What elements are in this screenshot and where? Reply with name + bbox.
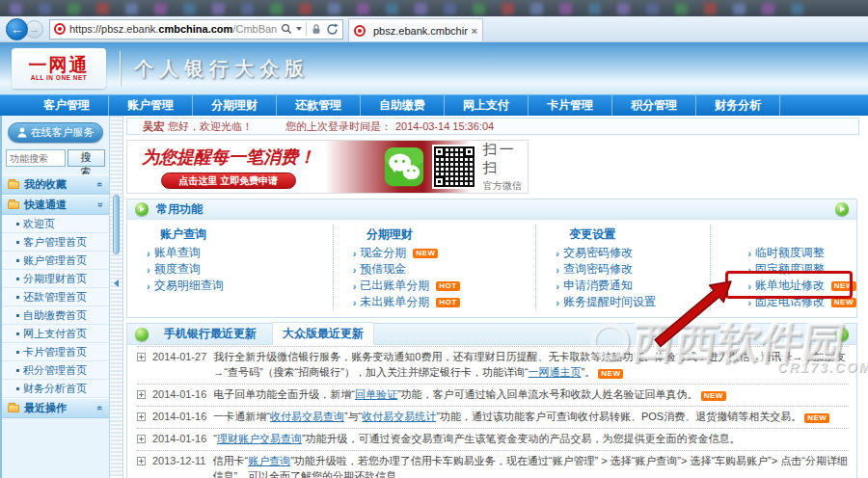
sidebar-link-0[interactable]: 欢迎页 bbox=[2, 215, 109, 233]
online-service-button[interactable]: 在线客户服务 bbox=[8, 122, 103, 143]
arrow-icon: › bbox=[747, 248, 751, 259]
news-item-4: 2013-12-11信用卡“账户查询”功能升级啦，若您办理了信用卡车购易业务，现… bbox=[137, 451, 849, 478]
blurred-app-icon bbox=[10, 3, 22, 14]
sidebar-section-recent[interactable]: 最近操作 « bbox=[2, 398, 109, 418]
news-tab-1[interactable]: 手机银行最近更新 bbox=[154, 323, 266, 344]
function-link[interactable]: ›临时额度调整 bbox=[747, 245, 856, 261]
function-link[interactable]: ›交易密码修改 bbox=[556, 245, 710, 261]
blurred-app-icon bbox=[704, 3, 717, 14]
tab-close-icon[interactable]: × bbox=[472, 25, 477, 37]
link-label: 积分管理首页 bbox=[23, 361, 87, 380]
news-link[interactable]: 回单验证 bbox=[355, 388, 397, 400]
sidebar-link-9[interactable]: 财务分析首页 bbox=[2, 380, 109, 398]
link-label: 分期理财首页 bbox=[23, 270, 87, 288]
function-link[interactable]: ›查询密码修改 bbox=[556, 261, 710, 278]
sidebar-link-1[interactable]: 客户管理首页 bbox=[2, 233, 109, 252]
sidebar-link-5[interactable]: 自助缴费首页 bbox=[2, 306, 109, 325]
search-button[interactable]: 搜 索 bbox=[68, 149, 105, 167]
nav-item-7[interactable]: 积分管理 bbox=[612, 95, 696, 116]
expand-icon[interactable] bbox=[137, 390, 146, 399]
nav-item-0[interactable]: 客户管理 bbox=[25, 95, 109, 116]
expand-icon[interactable] bbox=[137, 412, 146, 421]
function-link[interactable]: ›账单查询 bbox=[147, 245, 333, 261]
bullet-icon bbox=[16, 387, 19, 390]
sidebar-section-0[interactable]: 我的收藏« bbox=[2, 174, 109, 195]
function-link[interactable]: ›现金分期NEW bbox=[353, 245, 536, 261]
expand-icon[interactable] bbox=[137, 457, 146, 465]
green-arrow-icon[interactable] bbox=[835, 202, 849, 216]
nav-item-3[interactable]: 还款管理 bbox=[277, 95, 361, 116]
sidebar-link-8[interactable]: 积分管理首页 bbox=[2, 361, 109, 380]
arrow-icon: › bbox=[556, 264, 559, 276]
green-arrow-icon[interactable] bbox=[135, 202, 149, 216]
new-badge: NEW bbox=[701, 391, 726, 401]
nav-item-1[interactable]: 账户管理 bbox=[109, 95, 193, 116]
news-item-1: 2014-01-16电子回单功能全面升级，新增“回单验证”功能，客户可通过输入回… bbox=[137, 385, 849, 407]
news-link[interactable]: 理财账户交易查询 bbox=[217, 433, 302, 444]
function-link[interactable]: ›未出账单分期HOT bbox=[353, 294, 536, 310]
news-tab-0[interactable]: 大众版最近更新 bbox=[272, 322, 374, 345]
qr-code bbox=[432, 145, 476, 189]
sidebar-splitter[interactable] bbox=[110, 116, 123, 478]
splitter-handle[interactable] bbox=[113, 195, 120, 254]
nav-item-8[interactable]: 财务分析 bbox=[696, 95, 780, 116]
function-link[interactable]: ›交易明细查询 bbox=[147, 278, 333, 294]
browser-tab[interactable]: pbsz.ebank.cmbchina.com × bbox=[348, 18, 483, 41]
sidebar-link-3[interactable]: 分期理财首页 bbox=[2, 270, 109, 288]
browser-back-button[interactable]: ← bbox=[6, 18, 28, 40]
news-link[interactable]: 一网通主页 bbox=[529, 366, 582, 378]
nav-item-4[interactable]: 自助缴费 bbox=[361, 95, 445, 116]
blurred-app-icon bbox=[617, 3, 630, 14]
sidebar-link-7[interactable]: 卡片管理首页 bbox=[2, 343, 109, 361]
function-link[interactable]: ›预借现金 bbox=[353, 261, 536, 278]
arrow-icon: › bbox=[556, 280, 559, 292]
blurred-app-icon bbox=[646, 3, 659, 14]
browser-toolbar: ← → https://pbsz.ebank.cmbchina.com/CmbB… bbox=[0, 16, 868, 42]
sidebar-link-6[interactable]: 网上支付首页 bbox=[2, 325, 109, 343]
cmb-favicon bbox=[354, 25, 366, 37]
arrow-icon: › bbox=[147, 264, 150, 276]
sidebar-link-2[interactable]: 账户管理首页 bbox=[2, 252, 109, 270]
news-link[interactable]: 收付易交易统计 bbox=[362, 411, 436, 422]
logo-title: 一网通 bbox=[29, 56, 90, 74]
greeting-bar: 吴宏 您好，欢迎光临！ 您的上次登录时间是：2014-03-14 15:36:0… bbox=[126, 118, 859, 135]
blurred-app-icon bbox=[299, 3, 312, 14]
arrow-icon: › bbox=[353, 248, 357, 259]
news-text: 我行全新升级微信银行服务，账务变动通知0费用，还有理财日历提醒、无卡取款等炫酷功… bbox=[213, 350, 849, 381]
search-icon[interactable] bbox=[281, 23, 292, 35]
function-column-1: 分期理财›现金分期NEW›预借现金›已出账单分期HOT›未出账单分期HOT bbox=[333, 225, 536, 310]
last-login-time: 2014-03-14 15:36:04 bbox=[395, 120, 494, 132]
annotation-highlight-box bbox=[725, 271, 853, 299]
new-badge: NEW bbox=[413, 249, 438, 258]
function-label: 临时额度调整 bbox=[755, 245, 825, 261]
function-label: 额度查询 bbox=[154, 261, 201, 278]
url-text: https://pbsz.ebank.cmbchina.com/CmbBank_… bbox=[69, 23, 277, 35]
apply-now-button[interactable]: 点击这里 立即免费申请 bbox=[161, 173, 296, 189]
address-bar[interactable]: https://pbsz.ebank.cmbchina.com/CmbBank_… bbox=[49, 19, 343, 40]
news-link[interactable]: 账户查询 bbox=[248, 455, 290, 466]
common-functions-panel: 常用功能 账户查询›账单查询›额度查询›交易明细查询分期理财›现金分期NEW›预… bbox=[126, 199, 857, 318]
function-link[interactable]: ›已出账单分期HOT bbox=[353, 278, 536, 294]
collapse-arrow-icon[interactable] bbox=[114, 279, 119, 287]
link-label: 网上支付首页 bbox=[23, 325, 87, 343]
function-link[interactable]: ›额度查询 bbox=[147, 261, 333, 278]
expand-icon[interactable] bbox=[137, 435, 146, 443]
function-search-input[interactable] bbox=[6, 149, 66, 167]
chevron-down-icon[interactable] bbox=[296, 27, 302, 31]
divider bbox=[306, 22, 307, 36]
function-label: 申请消费通知 bbox=[563, 278, 633, 294]
expand-icon[interactable] bbox=[137, 353, 146, 361]
sidebar-section-1[interactable]: 快速通道« bbox=[2, 195, 109, 215]
chevron-down-icon: « bbox=[95, 202, 106, 208]
bullet-icon bbox=[16, 223, 19, 226]
nav-item-5[interactable]: 网上支付 bbox=[445, 95, 529, 116]
nav-item-2[interactable]: 分期理财 bbox=[193, 95, 277, 116]
person-icon bbox=[17, 127, 27, 138]
annotation-arrow bbox=[650, 278, 739, 349]
promo-banner[interactable]: 为您提醒每一笔消费！ 点击这里 立即免费申请 扫一扫 官方微信 bbox=[126, 140, 529, 194]
blurred-app-icon bbox=[762, 3, 774, 14]
nav-item-6[interactable]: 卡片管理 bbox=[529, 95, 612, 116]
refresh-icon[interactable] bbox=[326, 23, 339, 36]
news-link[interactable]: 收付易交易查询 bbox=[270, 411, 344, 422]
sidebar-link-4[interactable]: 还款管理首页 bbox=[2, 288, 109, 306]
